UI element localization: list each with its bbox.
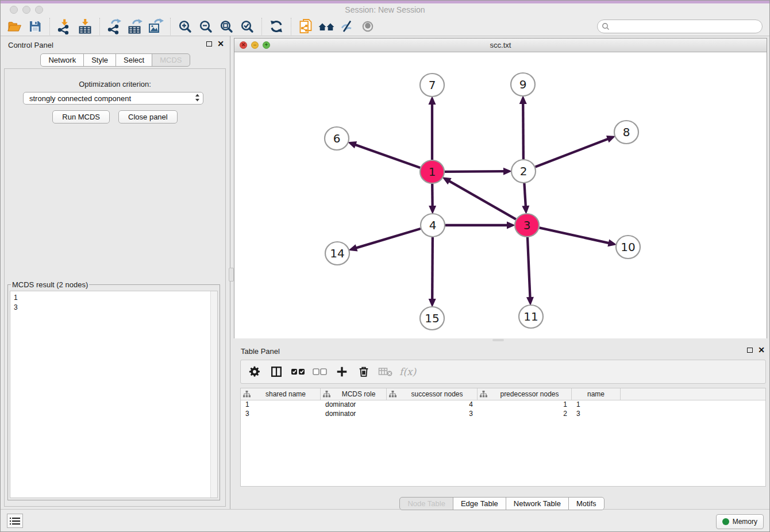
- export-table-icon[interactable]: [125, 17, 145, 36]
- tab-style[interactable]: Style: [83, 53, 116, 67]
- cell: dominator: [321, 400, 387, 410]
- table-panel-title: Table Panel: [241, 347, 280, 356]
- graph-node-label-2: 2: [520, 164, 528, 178]
- graph-node-label-11: 11: [523, 310, 538, 323]
- select-all-icon[interactable]: [290, 363, 306, 380]
- table-tab-motifs[interactable]: Motifs: [568, 497, 605, 510]
- export-image-icon[interactable]: [145, 17, 166, 36]
- zoom-selected-icon[interactable]: [237, 17, 257, 36]
- toolbar-separator: [170, 18, 171, 35]
- export-network-icon[interactable]: [104, 17, 125, 36]
- mcds-result-title: MCDS result (2 nodes): [11, 280, 89, 289]
- edge-4-15[interactable]: [432, 237, 433, 299]
- table-panel: Table Panel ✕: [233, 342, 770, 511]
- tab-network[interactable]: Network: [40, 53, 84, 67]
- edge-2-3[interactable]: [524, 183, 525, 206]
- application-window: Session: New Session: [0, 0, 770, 532]
- zoom-fit-icon[interactable]: [216, 17, 237, 36]
- result-scrollbar[interactable]: [210, 291, 217, 498]
- float-panel-icon[interactable]: [206, 41, 212, 47]
- table-tab-node-table[interactable]: Node Table: [399, 497, 453, 510]
- tab-select[interactable]: Select: [116, 53, 152, 67]
- table-body: 1dominator4113dominator323: [241, 400, 765, 419]
- zoom-out-icon[interactable]: [195, 17, 216, 36]
- column-header-shared-name[interactable]: shared name: [241, 388, 321, 400]
- search-icon: [602, 22, 610, 30]
- graph-node-label-3: 3: [523, 218, 531, 232]
- network-window-title: scc.txt: [234, 41, 767, 49]
- close-table-panel-icon[interactable]: ✕: [758, 346, 765, 353]
- deselect-all-icon[interactable]: [312, 363, 328, 380]
- optimization-criterion-label: Optimization criterion:: [5, 80, 225, 88]
- import-network-icon[interactable]: [54, 17, 75, 36]
- network-window-titlebar[interactable]: ✕ – + scc.txt: [234, 38, 767, 52]
- cell: 3: [241, 410, 321, 419]
- float-table-panel-icon[interactable]: [747, 348, 753, 353]
- edge-2-9[interactable]: [523, 103, 523, 159]
- nested-networks-icon[interactable]: [316, 17, 337, 36]
- edge-1-2[interactable]: [445, 171, 504, 172]
- cell: 3: [387, 410, 478, 419]
- edge-4-14[interactable]: [356, 229, 421, 248]
- edge-3-11[interactable]: [528, 237, 530, 298]
- graph-node-label-9: 9: [519, 78, 527, 91]
- edge-3-1[interactable]: [449, 181, 516, 219]
- cell: 3: [572, 410, 621, 419]
- column-header-predecessor-nodes[interactable]: predecessor nodes: [478, 388, 572, 400]
- titlebar: Session: New Session: [1, 3, 769, 17]
- tab-mcds[interactable]: MCDS: [152, 53, 190, 67]
- network-view-window: ✕ – + scc.txt 1234678910111415: [234, 38, 767, 338]
- criterion-select[interactable]: strongly connected component: [23, 92, 203, 105]
- toolbar-separator: [261, 18, 262, 35]
- gear-icon[interactable]: [247, 363, 263, 380]
- save-session-icon[interactable]: [25, 17, 45, 36]
- import-table-icon[interactable]: [75, 17, 95, 36]
- delete-column-icon[interactable]: [356, 363, 372, 380]
- split-table-icon[interactable]: [268, 363, 284, 380]
- graph-node-label-15: 15: [425, 311, 439, 325]
- criterion-value: strongly connected component: [29, 94, 131, 103]
- column-header-MCDS-role[interactable]: MCDS role: [321, 388, 387, 400]
- add-column-icon[interactable]: [334, 363, 350, 380]
- show-eye-icon[interactable]: [357, 17, 378, 36]
- close-panel-icon[interactable]: ✕: [217, 40, 224, 47]
- task-console-button[interactable]: [7, 514, 23, 528]
- cell: 4: [387, 400, 478, 410]
- zoom-in-icon[interactable]: [175, 17, 195, 36]
- clone-network-icon[interactable]: [295, 17, 316, 36]
- table-panel-tabs: Node TableEdge TableNetwork TableMotifs: [233, 497, 770, 510]
- window-title: Session: New Session: [1, 5, 769, 14]
- table-row[interactable]: 3dominator323: [241, 410, 765, 419]
- mcds-tab-content: Optimization criterion: strongly connect…: [4, 68, 226, 507]
- memory-status-icon: [722, 518, 729, 525]
- table-tab-edge-table[interactable]: Edge Table: [453, 497, 506, 510]
- combobox-stepper-icon: [195, 94, 200, 103]
- edge-3-10[interactable]: [540, 228, 609, 243]
- network-canvas[interactable]: 1234678910111415: [234, 52, 767, 338]
- table-tab-network-table[interactable]: Network Table: [506, 497, 569, 510]
- horizontal-split-handle[interactable]: [492, 339, 504, 341]
- node-table[interactable]: shared nameMCDS rolesuccessor nodesprede…: [240, 388, 766, 487]
- open-session-icon[interactable]: [4, 17, 25, 36]
- cell: 1: [572, 400, 621, 410]
- graph-node-label-4: 4: [429, 218, 437, 232]
- network-graph-svg[interactable]: 1234678910111415: [234, 52, 767, 338]
- mcds-result-text[interactable]: 13: [10, 291, 218, 498]
- run-mcds-button[interactable]: Run MCDS: [52, 110, 110, 124]
- vertical-split-handle[interactable]: [229, 268, 234, 282]
- main-toolbar: [1, 17, 769, 36]
- memory-button[interactable]: Memory: [716, 514, 764, 529]
- memory-label: Memory: [733, 518, 757, 526]
- column-header-successor-nodes[interactable]: successor nodes: [387, 388, 478, 400]
- column-header-name[interactable]: name: [572, 388, 621, 400]
- table-row[interactable]: 1dominator411: [241, 400, 765, 410]
- edge-2-8[interactable]: [536, 139, 609, 167]
- fx-label: f(x): [399, 366, 416, 377]
- search-input[interactable]: [610, 22, 762, 31]
- task-list-icon: [10, 517, 20, 525]
- refresh-layout-icon[interactable]: [266, 17, 287, 36]
- close-panel-button[interactable]: Close panel: [118, 110, 178, 124]
- hide-panel-icon[interactable]: [337, 17, 357, 36]
- search-box[interactable]: [597, 20, 763, 33]
- edge-1-6[interactable]: [355, 145, 420, 168]
